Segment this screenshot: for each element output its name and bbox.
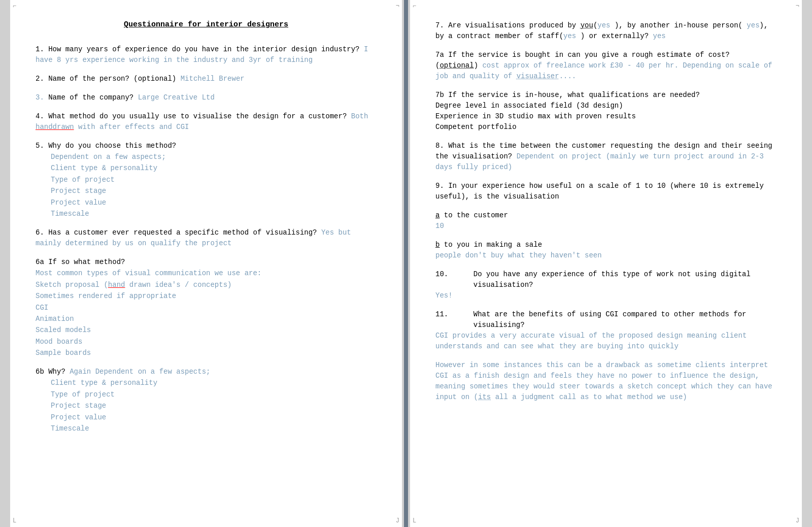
- q11-answer-1: CGI provides a very accurate visual of t…: [435, 331, 776, 352]
- question-3: 3. Name of the company? Large Creative L…: [36, 92, 377, 103]
- q3-text: Name of the company?: [48, 93, 133, 102]
- question-10: 10. Do you have any experience of this t…: [435, 269, 776, 301]
- q10-text: Do you have any experience of this type …: [473, 269, 776, 290]
- q6a-answer-4: Animation: [36, 313, 377, 324]
- question-6: 6. Has a customer ever requested a speci…: [36, 227, 377, 249]
- q6-text: Has a customer ever requested a specific…: [48, 228, 317, 237]
- q5-text: Why do you choose this method?: [48, 142, 176, 150]
- q2-text: Name of the person? (optional): [48, 75, 176, 83]
- q9-text: In your experience how useful on a scale…: [435, 182, 764, 201]
- question-2: 2. Name of the person? (optional) Mitche…: [36, 74, 377, 84]
- q6b-label: 6b Why?: [36, 368, 65, 376]
- q8-number: 8.: [435, 142, 444, 150]
- q5-answer-1: Dependent on a few aspects;: [51, 151, 377, 162]
- q5-number: 5.: [36, 142, 44, 150]
- question-4: 4. What method do you usually use to vis…: [36, 111, 377, 133]
- corner-bl-right: L: [413, 517, 416, 524]
- q7-number: 7.: [435, 21, 444, 29]
- q7b-answer-2: Experience in 3D studio max with proven …: [435, 111, 776, 122]
- q6a-answer-0: Most common types of visual communicatio…: [36, 268, 377, 279]
- question-6b: 6b Why? Again Dependent on a few aspects…: [36, 367, 377, 434]
- question-9: 9. In your experience how useful on a sc…: [435, 181, 776, 202]
- q7b-answer-3: Competent portfolio: [435, 122, 776, 133]
- q6a-label: 6a If so what method?: [36, 258, 125, 266]
- q4-number: 4.: [36, 112, 44, 120]
- q6a-answer-5: Scaled models: [36, 324, 377, 336]
- page-divider: [404, 0, 408, 527]
- left-page: ⌐ ¬ L J Questionnaire for interior desig…: [10, 0, 402, 527]
- page-title: Questionnaire for interior designers: [36, 20, 377, 29]
- q5-answer-6: Timescale: [51, 208, 377, 219]
- corner-tl-right: ⌐: [413, 3, 416, 10]
- corner-br-right: J: [796, 517, 799, 524]
- q10-answer: Yes!: [435, 290, 776, 301]
- q6-number: 6.: [36, 228, 44, 237]
- q7-text: Are visualisations produced by you(yes )…: [435, 21, 768, 40]
- question-7a: 7a If the service is bought in can you g…: [435, 50, 776, 82]
- question-11: 11. What are the benefits of using CGI c…: [435, 309, 776, 403]
- q7a-answer: cost approx of freelance work £30 - 40 p…: [435, 61, 772, 80]
- question-6a: 6a If so what method? Most common types …: [36, 257, 377, 358]
- q9-number: 9.: [435, 182, 444, 190]
- q11-text: What are the benefits of using CGI compa…: [473, 309, 776, 331]
- q6a-answer-1: Sketch proposal (hand drawn idea's / con…: [36, 279, 377, 290]
- q3-number: 3.: [36, 93, 44, 102]
- q5-answer-4: Project stage: [51, 185, 377, 196]
- q5-answer-2: Client type & personality: [51, 162, 377, 174]
- q2-number: 2.: [36, 75, 44, 83]
- corner-tr: ¬: [396, 3, 399, 10]
- q7-answer: yes: [653, 32, 666, 40]
- question-8: 8. What is the time between the customer…: [435, 141, 776, 173]
- q6b-answer-3: Project stage: [51, 400, 377, 411]
- q9b-label: b to you in making a sale: [435, 241, 542, 249]
- q6a-answer-2: Sometimes rendered if appropriate: [36, 290, 377, 302]
- q5-answer-5: Project value: [51, 197, 377, 208]
- corner-tl: ⌐: [13, 3, 16, 10]
- q7b-label: 7b If the service is in-house, what qual…: [435, 91, 700, 99]
- q11-number: 11.: [435, 309, 465, 331]
- q6a-answer-7: Sample boards: [36, 347, 377, 358]
- q3-answer: Large Creative Ltd: [138, 93, 215, 102]
- right-page: ⌐ ¬ L J 7. Are visualisations produced b…: [410, 0, 802, 527]
- q7b-answer-1: Degree level in associated field (3d des…: [435, 101, 776, 111]
- q6a-answer-6: Mood boards: [36, 336, 377, 347]
- question-9a: a to the customer 10: [435, 210, 776, 232]
- q11-answer-2: However in some instances this can be a …: [435, 360, 776, 403]
- question-7b: 7b If the service is in-house, what qual…: [435, 90, 776, 133]
- corner-tr-right: ¬: [796, 3, 799, 10]
- q9b-answer: people don't buy what they haven't seen: [435, 250, 776, 261]
- q6b-answer-4: Project value: [51, 412, 377, 423]
- q9a-answer: 10: [435, 221, 776, 232]
- q6b-answer-5: Timescale: [51, 423, 377, 434]
- q1-number: 1.: [36, 45, 44, 53]
- q10-number: 10.: [435, 269, 465, 290]
- q1-text: How many years of experience do you have…: [48, 45, 359, 53]
- corner-bl: L: [13, 517, 16, 524]
- q5-answer-3: Type of project: [51, 174, 377, 185]
- question-7: 7. Are visualisations produced by you(ye…: [435, 20, 776, 42]
- q4-text: What method do you usually use to visual…: [48, 112, 347, 120]
- q2-answer: Mitchell Brewer: [181, 75, 245, 83]
- q6b-answer-1: Client type & personality: [51, 377, 377, 388]
- q6a-answer-3: CGI: [36, 302, 377, 313]
- q6b-answer: Again Dependent on a few aspects;: [70, 368, 210, 376]
- q6b-answer-2: Type of project: [51, 389, 377, 400]
- question-5: 5. Why do you choose this method? Depend…: [36, 141, 377, 219]
- q9a-label: a to the customer: [435, 211, 508, 219]
- corner-br: J: [396, 517, 399, 524]
- question-1: 1. How many years of experience do you h…: [36, 44, 377, 65]
- question-9b: b to you in making a sale people don't b…: [435, 240, 776, 261]
